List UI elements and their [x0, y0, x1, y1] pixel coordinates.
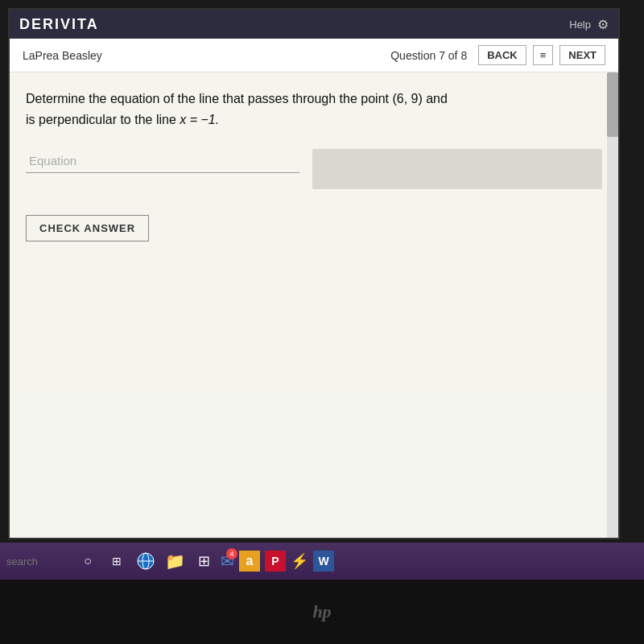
scrollbar[interactable] [607, 72, 618, 539]
app-logo: DERIVITA [19, 16, 99, 33]
menu-button[interactable]: ≡ [533, 45, 554, 65]
question-text: Determine the equation of the line that … [26, 89, 602, 130]
question-math: x = −1. [180, 113, 219, 126]
equation-input-wrapper [26, 149, 299, 173]
taskbar-mail-icon-wrapper[interactable]: ✉ 4 [221, 551, 234, 571]
taskbar-folder-icon[interactable]: 📁 [163, 549, 187, 573]
taskbar-windows-icon[interactable]: ⊞ [192, 549, 216, 573]
equation-input[interactable] [26, 149, 299, 173]
taskbar-powerpoint-icon[interactable]: P [265, 551, 286, 572]
laptop-bottom: hp [0, 580, 644, 644]
taskbar-bolt-icon: ⚡ [291, 552, 308, 570]
settings-icon[interactable]: ⚙ [597, 17, 609, 32]
taskbar-multitask-icon[interactable]: ⊞ [105, 549, 129, 573]
help-link[interactable]: Help [569, 19, 591, 31]
taskbar-search[interactable] [6, 555, 71, 568]
user-name: LaPrea Beasley [23, 49, 102, 62]
taskbar-word-icon[interactable]: W [313, 551, 334, 572]
top-bar: DERIVITA Help ⚙ [10, 10, 618, 39]
back-button[interactable]: BACK [478, 45, 526, 65]
nav-bar-right: Question 7 of 8 BACK ≡ NEXT [390, 45, 605, 65]
taskbar-browser-icon[interactable] [134, 549, 158, 573]
question-counter: Question 7 of 8 [390, 49, 467, 62]
main-content: Determine the equation of the line that … [10, 72, 618, 394]
answer-area [26, 149, 602, 189]
taskbar-search-icon[interactable]: ○ [76, 549, 100, 573]
top-bar-right: Help ⚙ [569, 17, 609, 32]
mail-badge: 4 [226, 548, 237, 559]
check-answer-button[interactable]: CHECK ANSWER [26, 215, 149, 242]
taskbar: ○ ⊞ 📁 ⊞ ✉ 4 a P ⚡ W [0, 543, 644, 580]
taskbar-amazon-icon[interactable]: a [239, 551, 260, 572]
question-text-line1: Determine the equation of the line that … [26, 92, 448, 105]
question-text-line2: is perpendicular to the line [26, 113, 180, 126]
screen: DERIVITA Help ⚙ LaPrea Beasley Question … [8, 8, 620, 539]
scrollbar-thumb[interactable] [607, 72, 618, 137]
next-button[interactable]: NEXT [559, 45, 605, 65]
hp-logo: hp [312, 601, 331, 622]
nav-bar: LaPrea Beasley Question 7 of 8 BACK ≡ NE… [10, 39, 618, 72]
answer-display-box [312, 149, 602, 189]
